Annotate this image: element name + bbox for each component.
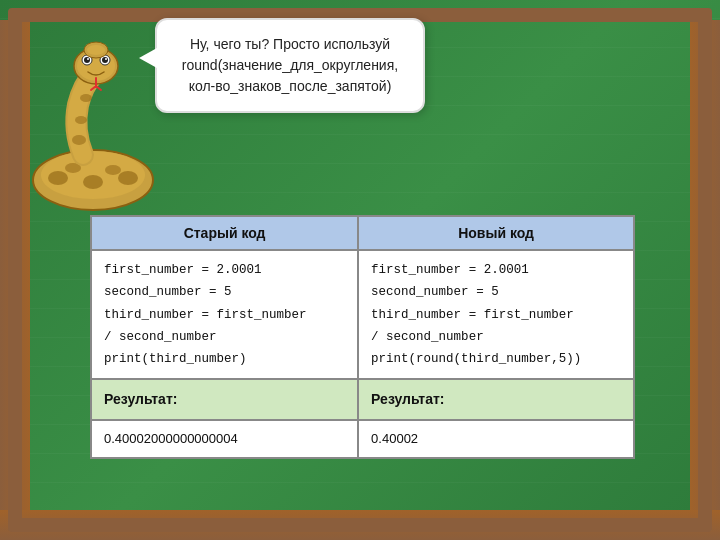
old-code-cell: first_number = 2.0001 second_number = 5 …	[91, 250, 358, 379]
old-code-text: first_number = 2.0001 second_number = 5 …	[104, 263, 307, 366]
svg-point-6	[105, 165, 121, 175]
new-code-cell: first_number = 2.0001 second_number = 5 …	[358, 250, 634, 379]
code-row: first_number = 2.0001 second_number = 5 …	[91, 250, 634, 379]
speech-bubble-text: Ну, чего ты? Просто используй round(знач…	[182, 36, 398, 94]
svg-point-14	[87, 58, 89, 60]
result-label-row: Результат: Результат:	[91, 379, 634, 419]
svg-point-7	[72, 135, 86, 145]
svg-point-19	[87, 45, 105, 55]
header-new-code: Новый код	[358, 216, 634, 250]
new-code-text: first_number = 2.0001 second_number = 5 …	[371, 263, 581, 366]
svg-point-16	[102, 57, 108, 63]
frame-right	[690, 20, 720, 540]
result-value-old: 0.40002000000000004	[91, 420, 358, 459]
result-value-new: 0.40002	[358, 420, 634, 459]
svg-point-8	[75, 116, 87, 124]
svg-point-13	[84, 57, 90, 63]
svg-point-17	[105, 58, 107, 60]
comparison-table-container: Старый код Новый код first_number = 2.00…	[90, 215, 635, 459]
svg-point-4	[118, 171, 138, 185]
speech-bubble: Ну, чего ты? Просто используй round(знач…	[155, 18, 425, 113]
header-old-code: Старый код	[91, 216, 358, 250]
svg-point-9	[80, 94, 92, 102]
comparison-table: Старый код Новый код first_number = 2.00…	[90, 215, 635, 459]
result-label-old: Результат:	[91, 379, 358, 419]
frame-bottom	[0, 510, 720, 540]
svg-point-2	[48, 171, 68, 185]
svg-point-3	[83, 175, 103, 189]
result-label-new: Результат:	[358, 379, 634, 419]
result-value-row: 0.40002000000000004 0.40002	[91, 420, 634, 459]
